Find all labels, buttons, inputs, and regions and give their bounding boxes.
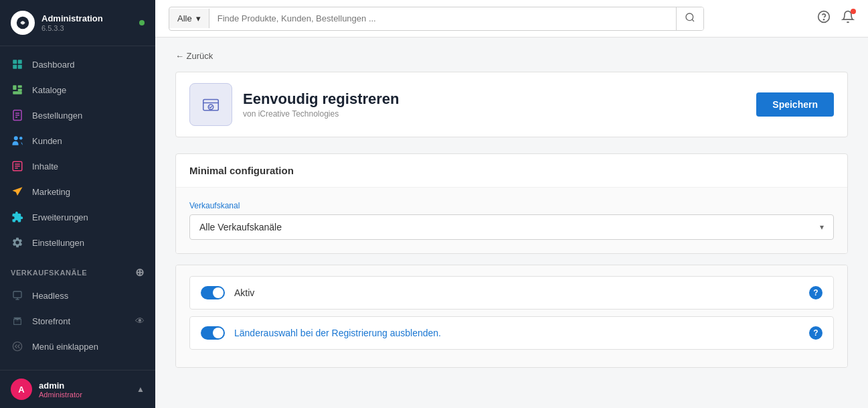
sidebar-item-dashboard[interactable]: Dashboard bbox=[0, 52, 155, 77]
app-version: 6.5.3.3 bbox=[41, 24, 103, 32]
aktiv-help-icon[interactable]: ? bbox=[809, 286, 822, 299]
svg-rect-2 bbox=[18, 60, 22, 64]
catalog-icon bbox=[11, 83, 24, 96]
app-info: Administration 6.5.3.3 bbox=[41, 13, 103, 32]
dashboard-label: Dashboard bbox=[32, 60, 75, 70]
toggles-body: Aktiv ? Länderauswahl bei der Registrier… bbox=[176, 265, 847, 367]
svg-rect-5 bbox=[13, 85, 16, 90]
help-icon[interactable] bbox=[817, 10, 831, 27]
save-button[interactable]: Speichern bbox=[756, 92, 834, 117]
marketing-icon bbox=[11, 185, 24, 198]
laender-toggle[interactable] bbox=[201, 326, 225, 340]
svg-rect-7 bbox=[13, 91, 22, 94]
plugin-author: von iCreative Technologies bbox=[243, 109, 756, 119]
svg-point-24 bbox=[686, 13, 693, 21]
inhalte-label: Inhalte bbox=[32, 161, 58, 172]
headless-label: Headless bbox=[32, 291, 68, 301]
select-chevron-icon: ▾ bbox=[820, 222, 824, 232]
user-role: Administrator bbox=[39, 391, 130, 399]
search-input[interactable] bbox=[209, 9, 676, 28]
app-name: Administration bbox=[41, 13, 103, 24]
add-channel-icon[interactable]: ⊕ bbox=[135, 266, 145, 279]
collapse-label: Menü einklappen bbox=[32, 342, 98, 352]
search-submit-icon[interactable] bbox=[676, 7, 703, 30]
back-link[interactable]: ← Zurück bbox=[175, 51, 848, 61]
extensions-icon bbox=[11, 210, 24, 224]
svg-rect-8 bbox=[18, 89, 22, 92]
customers-icon bbox=[11, 134, 24, 147]
headless-icon bbox=[11, 289, 24, 302]
config-section-body: Verkaufskanal Alle Verkaufskanäle ▾ bbox=[176, 188, 847, 253]
kunden-label: Kunden bbox=[32, 136, 62, 146]
sidebar-item-inhalte[interactable]: Inhalte bbox=[0, 153, 155, 179]
select-display[interactable]: Alle Verkaufskanäle ▾ bbox=[190, 215, 833, 239]
dashboard-icon bbox=[11, 58, 24, 71]
sidebar-item-bestellungen[interactable]: Bestellungen bbox=[0, 103, 155, 128]
aktiv-label: Aktiv bbox=[234, 287, 800, 298]
aktiv-toggle[interactable] bbox=[201, 286, 225, 299]
toggles-section: Aktiv ? Länderauswahl bei der Registrier… bbox=[175, 265, 848, 368]
laender-help-icon[interactable]: ? bbox=[809, 326, 822, 340]
config-section: Minimal configuration Verkaufskanal Alle… bbox=[175, 153, 848, 254]
svg-rect-6 bbox=[18, 85, 22, 88]
erweiterungen-label: Erweiterungen bbox=[32, 212, 88, 222]
verkaufskanal-label: Verkaufskanal bbox=[189, 201, 834, 210]
svg-line-25 bbox=[692, 19, 694, 21]
verkaufskanal-select[interactable]: Alle Verkaufskanäle ▾ bbox=[189, 214, 834, 240]
sidebar-footer: A admin Administrator ▲ bbox=[0, 370, 155, 408]
bestellungen-label: Bestellungen bbox=[32, 111, 82, 121]
sidebar-item-collapse[interactable]: Menü einklappen bbox=[0, 334, 155, 359]
verkaufskanaele-label: Verkaufskanäle bbox=[11, 269, 87, 277]
svg-point-14 bbox=[19, 137, 23, 140]
sidebar-nav: Dashboard Kataloge Bestellungen Kunden bbox=[0, 46, 155, 370]
plugin-icon bbox=[189, 83, 232, 126]
app-logo bbox=[11, 11, 35, 35]
user-info: admin Administrator bbox=[39, 381, 130, 399]
marketing-label: Marketing bbox=[32, 187, 70, 197]
sidebar-item-kunden[interactable]: Kunden bbox=[0, 128, 155, 153]
footer-expand-icon[interactable]: ▲ bbox=[137, 385, 145, 394]
storefront-icon bbox=[11, 314, 24, 328]
sidebar-item-marketing[interactable]: Marketing bbox=[0, 179, 155, 204]
sidebar-header: Administration 6.5.3.3 bbox=[0, 0, 155, 46]
sidebar-item-kataloge[interactable]: Kataloge bbox=[0, 77, 155, 103]
search-filter-button[interactable]: Alle ▾ bbox=[169, 9, 209, 28]
orders-icon bbox=[11, 109, 24, 122]
kataloge-label: Kataloge bbox=[32, 85, 66, 95]
laender-toggle-row: Länderauswahl bei der Registrierung ausb… bbox=[189, 316, 834, 350]
back-label: ← Zurück bbox=[175, 51, 213, 61]
plugin-info: Eenvoudig registreren von iCreative Tech… bbox=[243, 90, 756, 119]
content-icon bbox=[11, 159, 24, 173]
search-filter-chevron-icon: ▾ bbox=[196, 13, 201, 23]
avatar: A bbox=[11, 379, 32, 400]
svg-rect-4 bbox=[18, 65, 22, 69]
einstellungen-label: Einstellungen bbox=[32, 238, 84, 248]
eye-icon[interactable]: 👁 bbox=[135, 316, 145, 326]
topbar: Alle ▾ bbox=[155, 0, 868, 38]
svg-rect-1 bbox=[13, 60, 17, 64]
sidebar-item-erweiterungen[interactable]: Erweiterungen bbox=[0, 204, 155, 230]
plugin-name: Eenvoudig registreren bbox=[243, 90, 756, 108]
storefront-label: Storefront bbox=[32, 316, 70, 326]
sidebar-item-storefront[interactable]: Storefront 👁 bbox=[0, 308, 155, 334]
svg-rect-19 bbox=[13, 291, 21, 297]
collapse-icon bbox=[11, 340, 24, 353]
laender-label: Länderauswahl bei der Registrierung ausb… bbox=[234, 328, 800, 338]
user-name: admin bbox=[39, 381, 130, 391]
notification-icon[interactable] bbox=[841, 10, 855, 27]
sidebar-item-einstellungen[interactable]: Einstellungen bbox=[0, 230, 155, 255]
verkaufskanaele-section: Verkaufskanäle ⊕ bbox=[0, 255, 155, 283]
plugin-header: Eenvoudig registreren von iCreative Tech… bbox=[175, 72, 848, 137]
main-content: Alle ▾ ← Zurück bbox=[155, 0, 868, 408]
search-bar: Alle ▾ bbox=[169, 7, 704, 31]
sidebar-item-headless[interactable]: Headless bbox=[0, 283, 155, 308]
config-section-title: Minimal configuration bbox=[176, 154, 847, 188]
page-content: ← Zurück Eenvoudig registreren von iCrea… bbox=[155, 38, 868, 408]
topbar-actions bbox=[817, 10, 855, 27]
aktiv-toggle-row: Aktiv ? bbox=[189, 276, 834, 310]
select-value: Alle Verkaufskanäle bbox=[199, 222, 282, 232]
svg-point-13 bbox=[14, 136, 18, 140]
svg-rect-3 bbox=[13, 65, 17, 69]
settings-icon bbox=[11, 236, 24, 249]
notification-badge bbox=[851, 9, 856, 14]
